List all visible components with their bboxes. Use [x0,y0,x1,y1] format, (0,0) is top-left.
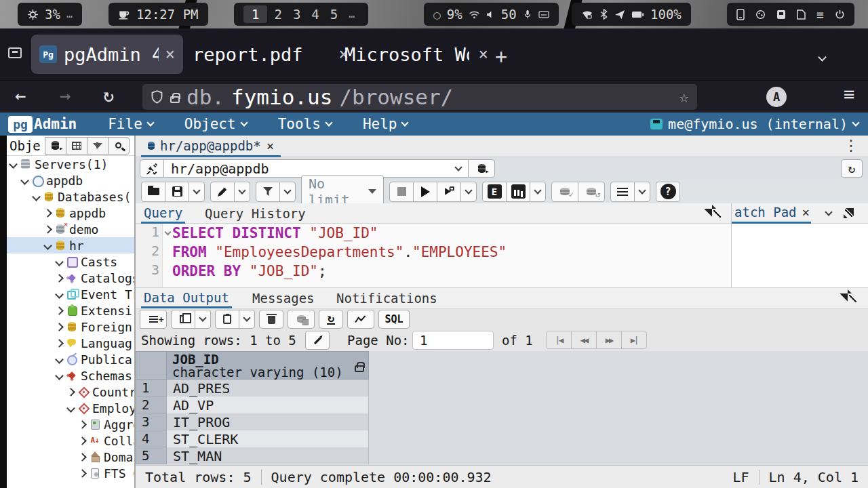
tree-node-catalogs[interactable]: Catalogs [7,270,134,286]
chevron-right-icon[interactable] [55,323,64,331]
list-all-tabs-icon[interactable] [819,50,825,63]
chevron-down-icon[interactable] [20,176,29,185]
tree-node-publica[interactable]: Publica [7,351,134,367]
workspace-5[interactable]: 5 [326,7,342,22]
menu-tools[interactable]: Tools [278,116,332,132]
clock-indicator[interactable]: 12:27 PM [108,3,208,26]
last-page-button[interactable]: ▶| [621,331,647,349]
menu-help[interactable]: Help [363,116,408,132]
tree-node-servers1[interactable]: Servers(1) [7,156,134,172]
workspace-1[interactable]: 1 [243,5,267,23]
close-icon[interactable]: × [802,205,810,220]
browser-tab-active[interactable]: Pg pgAdmin 4 × [31,35,183,74]
filter-button[interactable] [256,182,280,202]
workspace-switcher[interactable]: 12345… [234,3,368,26]
menu-object[interactable]: Object [184,116,247,132]
edit-button[interactable] [210,182,235,202]
query-tool-tab[interactable]: hr/app@appdb* × [141,136,281,157]
cell-value[interactable]: AD_VP [167,396,369,413]
commit-button[interactable]: ✓ [551,182,578,202]
close-tab-icon[interactable]: × [479,45,488,64]
explain-options-button[interactable] [530,182,546,202]
workspace-3[interactable]: 3 [289,7,304,22]
browser-tab[interactable]: report.pdf × [193,35,349,74]
chevron-right-icon[interactable] [55,339,64,348]
chevron-down-icon[interactable] [66,404,75,413]
cancel-query-button[interactable] [389,182,414,202]
chevron-down-icon[interactable] [55,355,64,364]
cell-value[interactable]: ST_CLERK [167,430,369,447]
forward-button[interactable]: → [60,85,71,106]
prev-page-button[interactable]: ◀◀ [571,331,597,349]
explain-button[interactable]: E [482,182,507,202]
rollback-button[interactable]: ↺ [578,182,605,202]
tree-node-colla[interactable]: A↓Colla [7,432,134,449]
tree-node-languag[interactable]: Languag [7,335,134,351]
tree-node-casts[interactable]: Casts [7,253,134,270]
paste-options-button[interactable] [239,310,255,329]
back-button[interactable]: ← [15,85,26,106]
chevron-right-icon[interactable] [55,274,64,283]
cpu-indicator[interactable]: 3% … [18,3,82,26]
new-tab-button[interactable]: + [495,45,507,68]
tab-notifications[interactable]: Notifications [334,288,440,308]
add-row-button[interactable] [140,310,167,329]
chevron-down-icon[interactable] [43,241,52,250]
reload-button[interactable]: ↻ [103,85,114,106]
edit-range-button[interactable] [305,331,330,350]
tree-node-appdb[interactable]: appdb [7,205,134,221]
chevron-right-icon[interactable] [66,388,75,396]
quick-search-db-button[interactable] [45,137,66,155]
copy-button[interactable] [171,310,195,329]
graph-visualiser-button[interactable] [347,310,374,329]
save-data-button[interactable] [288,310,315,329]
close-tab-icon[interactable]: × [165,45,175,64]
tab-data-output[interactable]: Data Output [141,288,232,308]
tree-node-appdb[interactable]: appdb [7,172,134,188]
search-button[interactable] [108,137,130,155]
panel-menu-dots-icon[interactable]: ⋮ [844,137,859,154]
download-button[interactable]: ↻ [319,310,343,329]
editor-code[interactable]: SELECT DISTINCT "JOB_ID"FROM "EmployeesD… [163,224,507,287]
tab-query[interactable]: Query [141,203,185,224]
chevron-down-icon[interactable] [55,290,64,299]
page-no-input[interactable] [412,331,494,350]
account-menu[interactable]: me@fymio.us (internal) [650,116,859,132]
execute-menu-button[interactable] [460,182,477,202]
firefox-view-icon[interactable] [8,47,22,58]
connection-refresh-button[interactable]: ↻ [841,159,863,178]
open-file-button[interactable] [141,182,165,202]
chevron-down-icon[interactable] [55,258,64,266]
first-page-button[interactable]: |◀ [546,331,572,349]
delete-row-button[interactable] [259,310,283,329]
tree-node-foreign[interactable]: Foreign [7,319,134,335]
workspace-4[interactable]: 4 [307,7,323,22]
macros-button[interactable] [610,182,635,202]
cell-value[interactable]: AD_PRES [167,380,369,396]
column-header[interactable]: JOB_ID character varying (10) [167,351,369,380]
paste-button[interactable] [215,310,239,329]
tree-node-hr[interactable]: hr [7,237,134,253]
workspace-2[interactable]: 2 [270,7,285,22]
chevron-right-icon[interactable] [78,469,87,478]
tree-node-demo[interactable]: demo [7,221,134,237]
chevron-right-icon[interactable] [43,225,52,234]
cell-value[interactable]: ST_MAN [167,447,369,464]
tree-node-countr[interactable]: Countr [7,384,134,400]
view-data-button[interactable] [66,137,87,155]
help-button[interactable]: ? [656,182,680,202]
row-number-header[interactable] [136,351,167,380]
expand-icon[interactable] [844,208,854,218]
tree-node-databases[interactable]: Databases( [7,188,134,205]
chevron-right-icon[interactable] [78,453,87,462]
explain-analyze-button[interactable] [506,182,530,202]
execute-button[interactable] [413,182,437,202]
tab-query-history[interactable]: Query History [202,203,309,224]
chevron-down-icon[interactable] [9,160,18,169]
save-file-button[interactable] [165,182,189,202]
filter-button[interactable] [87,137,108,155]
close-icon[interactable]: × [267,138,274,153]
network-battery-indicators[interactable]: 100% [572,3,691,26]
tree-node-extensi[interactable]: Extensi [7,302,134,319]
tree-node-ftsc[interactable]: FTS C [7,465,134,481]
